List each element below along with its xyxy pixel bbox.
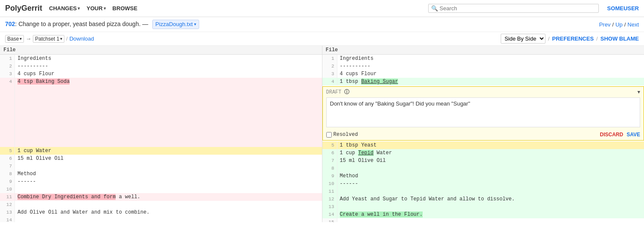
line-number bbox=[0, 109, 15, 116]
line-content: Method bbox=[337, 172, 644, 180]
table-row: 9 Method bbox=[322, 172, 644, 180]
table-row: 3 4 cups Flour bbox=[0, 70, 322, 78]
table-row: 1 Ingredients bbox=[0, 55, 322, 62]
save-button[interactable]: SAVE bbox=[627, 132, 640, 138]
search-icon: 🔍 bbox=[431, 5, 438, 12]
left-diff-pane: File 1 Ingredients 2 ---------- 3 4 cups… bbox=[0, 46, 322, 222]
line-number: 5 bbox=[0, 147, 15, 155]
line-content bbox=[15, 116, 322, 124]
line-content: Add Olive Oil and Water and mix to combi… bbox=[15, 209, 322, 216]
view-mode-select[interactable]: Side By Side bbox=[501, 34, 545, 44]
line-content: Combine Dry Ingredients and form a well. bbox=[15, 193, 322, 201]
table-row bbox=[0, 132, 322, 139]
line-content: Create a well in the Flour. bbox=[337, 211, 644, 218]
line-number bbox=[0, 116, 15, 124]
nav-browse[interactable]: BROWSE bbox=[111, 5, 139, 12]
diff-container: File 1 Ingredients 2 ---------- 3 4 cups… bbox=[0, 46, 644, 222]
draft-info-icon: ⓘ bbox=[344, 88, 349, 96]
line-content: 15 ml Olive Oil bbox=[15, 155, 322, 162]
line-number: 6 bbox=[322, 149, 337, 157]
table-row: 10 ------ bbox=[322, 180, 644, 188]
line-content bbox=[337, 164, 644, 172]
base-chevron-icon: ▾ bbox=[20, 36, 22, 41]
line-number: 13 bbox=[0, 209, 15, 216]
comment-footer: Resolved DISCARD SAVE bbox=[323, 130, 644, 140]
line-number: 14 bbox=[0, 216, 15, 222]
line-number: 1 bbox=[0, 55, 15, 62]
line-content bbox=[15, 101, 322, 109]
right-pane-header: File bbox=[322, 46, 644, 55]
line-content: 1 cup Water bbox=[15, 147, 322, 155]
preferences-link[interactable]: PREFERENCES bbox=[552, 35, 594, 42]
up-link[interactable]: Up bbox=[615, 21, 623, 28]
table-row: 14 Create a well in the Flour. bbox=[322, 211, 644, 218]
table-row: 1 Ingredients bbox=[322, 55, 644, 62]
download-link[interactable]: Download bbox=[70, 35, 94, 42]
line-content bbox=[15, 201, 322, 209]
line-content: ------ bbox=[15, 178, 322, 185]
nav-your[interactable]: YOUR ▾ bbox=[85, 5, 107, 12]
table-row: 7 15 ml Olive Oil bbox=[322, 157, 644, 164]
base-selector[interactable]: Base ▾ bbox=[5, 35, 24, 43]
user-menu[interactable]: SOMEUSER bbox=[607, 5, 639, 12]
line-content: 15 ml Olive Oil bbox=[337, 157, 644, 164]
line-content: Add Yeast and Sugar to Tepid Water and a… bbox=[337, 195, 644, 203]
line-content bbox=[15, 124, 322, 132]
line-content: Method bbox=[15, 170, 322, 178]
file-chip-chevron-icon: ▾ bbox=[194, 21, 196, 27]
prev-link[interactable]: Prev bbox=[599, 21, 611, 28]
table-row: 12 Add Yeast and Sugar to Tepid Water an… bbox=[322, 195, 644, 203]
line-content: Ingredients bbox=[15, 55, 322, 62]
line-content: 4 cups Flour bbox=[15, 70, 322, 78]
next-link[interactable]: Next bbox=[627, 21, 639, 28]
discard-button[interactable]: DISCARD bbox=[600, 132, 624, 138]
resolved-checkbox[interactable] bbox=[326, 132, 332, 138]
resolved-checkbox-area: Resolved bbox=[326, 132, 358, 138]
line-number: 9 bbox=[0, 178, 15, 185]
line-content bbox=[15, 185, 322, 193]
table-row: 13 Add Olive Oil and Water and mix to co… bbox=[0, 209, 322, 216]
table-row bbox=[0, 139, 322, 147]
line-number: 12 bbox=[0, 201, 15, 209]
line-number: 5 bbox=[322, 141, 337, 149]
patchset-selector[interactable]: Patchset 1 ▾ bbox=[33, 35, 64, 43]
table-row bbox=[0, 93, 322, 101]
comment-body[interactable]: Don't know of any "Baking Sugar"! Did yo… bbox=[326, 97, 641, 127]
table-row: 8 Method bbox=[0, 170, 322, 178]
show-blame-link[interactable]: SHOW BLAME bbox=[600, 35, 639, 42]
draft-label: DRAFT bbox=[326, 89, 342, 95]
line-content: 4 cups Flour bbox=[337, 70, 644, 78]
table-row: 13 bbox=[322, 203, 644, 211]
line-number: 10 bbox=[0, 185, 15, 193]
line-number: 15 bbox=[322, 218, 337, 222]
change-number-link[interactable]: 702 bbox=[5, 21, 15, 27]
file-chip[interactable]: PizzaDough.txt ▾ bbox=[152, 20, 199, 29]
line-number: 8 bbox=[0, 170, 15, 178]
breadcrumb-row: 702: Change to a proper, yeast based piz… bbox=[0, 17, 644, 32]
arrow-label: → bbox=[26, 35, 31, 42]
table-row: 4 1 tbsp Baking Sugar bbox=[322, 78, 644, 85]
line-number: 4 bbox=[322, 78, 337, 85]
toolbar-right: Side By Side / PREFERENCES / SHOW BLAME bbox=[501, 34, 639, 44]
changes-chevron-icon: ▾ bbox=[78, 6, 80, 11]
line-number: 2 bbox=[322, 62, 337, 70]
line-content: ---------- bbox=[337, 62, 644, 70]
line-content bbox=[15, 132, 322, 139]
line-number bbox=[0, 101, 15, 109]
resolved-label: Resolved bbox=[334, 132, 358, 138]
top-navigation: PolyGerrit CHANGES ▾ YOUR ▾ BROWSE 🔍 SOM… bbox=[0, 0, 644, 17]
line-content bbox=[337, 188, 644, 195]
table-row: 14 bbox=[0, 216, 322, 222]
comment-collapse-icon[interactable]: ▼ bbox=[637, 90, 640, 95]
line-number bbox=[0, 139, 15, 147]
line-content: 4 tsp Baking Soda bbox=[15, 78, 322, 85]
table-row: 4 4 tsp Baking Soda bbox=[0, 78, 322, 85]
line-content bbox=[337, 218, 644, 222]
nav-changes[interactable]: CHANGES ▾ bbox=[47, 5, 81, 12]
table-row: 6 15 ml Olive Oil bbox=[0, 155, 322, 162]
table-row: 11 Combine Dry Ingredients and form a we… bbox=[0, 193, 322, 201]
table-row: 8 bbox=[322, 164, 644, 172]
search-input[interactable] bbox=[440, 5, 596, 12]
line-content bbox=[15, 85, 322, 93]
table-row: 3 4 cups Flour bbox=[322, 70, 644, 78]
